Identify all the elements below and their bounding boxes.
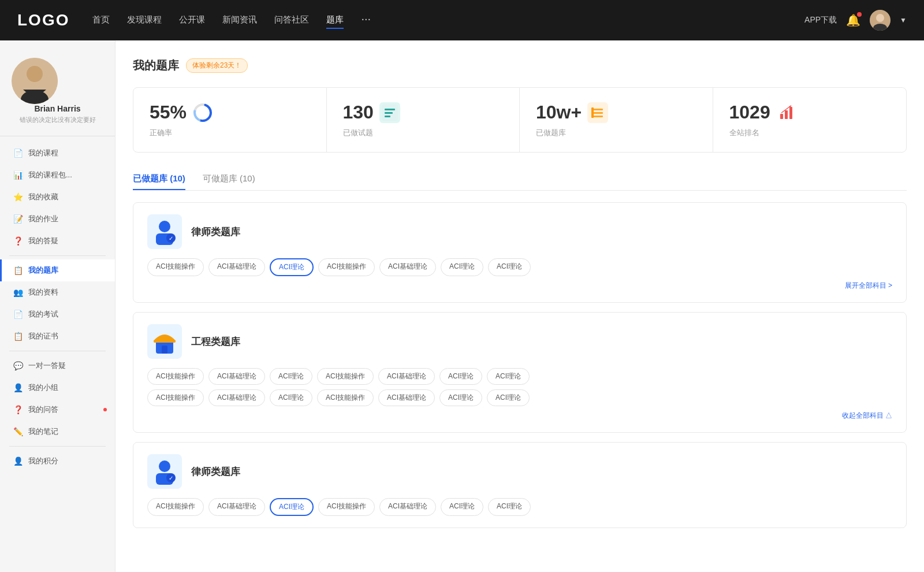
sidebar-item-label: 我的积分 bbox=[28, 456, 58, 466]
bank-tag-selected[interactable]: ACI理论 bbox=[270, 258, 314, 276]
bank-tag[interactable]: ACI理论 bbox=[441, 498, 483, 516]
bank-tag[interactable]: ACI理论 bbox=[488, 258, 531, 276]
stat-rank-value: 1029 bbox=[729, 102, 770, 123]
collapse-all-button[interactable]: 收起全部科目 △ bbox=[147, 411, 892, 421]
bank-icon-lawyer-1: ✓ bbox=[147, 214, 182, 249]
nav-qa[interactable]: 问答社区 bbox=[274, 12, 309, 29]
materials-icon: 👥 bbox=[13, 288, 23, 297]
courses-icon: 📄 bbox=[13, 148, 23, 158]
sidebar-item-my-qa[interactable]: ❓ 我的问答 bbox=[0, 399, 115, 421]
sidebar-item-quiz-bank[interactable]: 📋 我的题库 bbox=[0, 259, 115, 281]
sidebar-item-my-courses[interactable]: 📄 我的课程 bbox=[0, 142, 115, 164]
bank-tag[interactable]: ACI理论 bbox=[270, 389, 312, 406]
bank-tag[interactable]: ACI技能操作 bbox=[147, 389, 204, 406]
sidebar-profile: Brian Harris 错误的决定比没有决定要好 bbox=[0, 58, 115, 136]
svg-rect-12 bbox=[385, 116, 390, 117]
bank-tag[interactable]: ACI基础理论 bbox=[208, 389, 265, 406]
tab-done-banks[interactable]: 已做题库 (10) bbox=[133, 169, 185, 190]
navbar-right: APP下载 🔔 ▼ bbox=[804, 10, 907, 31]
sidebar-item-favorites[interactable]: ⭐ 我的收藏 bbox=[0, 186, 115, 208]
bank-tag[interactable]: ACI基础理论 bbox=[379, 498, 436, 516]
avatar-chevron-icon[interactable]: ▼ bbox=[900, 16, 907, 24]
user-avatar[interactable] bbox=[870, 10, 891, 31]
stat-done-banks-top: 10w+ bbox=[536, 102, 696, 123]
stat-done-banks: 10w+ 已做题库 bbox=[520, 88, 713, 152]
sidebar-item-materials[interactable]: 👥 我的资料 bbox=[0, 281, 115, 303]
expand-all-button-1[interactable]: 展开全部科目 > bbox=[147, 281, 892, 291]
bank-tag-selected[interactable]: ACI理论 bbox=[270, 498, 314, 516]
sidebar-item-notes[interactable]: ✏️ 我的笔记 bbox=[0, 421, 115, 443]
done-banks-icon bbox=[587, 102, 608, 123]
quizbank-icon: 📋 bbox=[13, 266, 23, 275]
bank-tag[interactable]: ACI技能操作 bbox=[318, 258, 375, 276]
nav-more[interactable]: ··· bbox=[361, 12, 371, 29]
svg-rect-16 bbox=[593, 116, 603, 117]
sidebar-item-questions[interactable]: ❓ 我的答疑 bbox=[0, 230, 115, 252]
stat-rank-label: 全站排名 bbox=[729, 128, 891, 138]
bank-tag[interactable]: ACI技能操作 bbox=[147, 368, 204, 385]
bank-tag[interactable]: ACI技能操作 bbox=[318, 498, 375, 516]
bank-tag[interactable]: ACI基础理论 bbox=[379, 258, 436, 276]
bank-tag[interactable]: ACI理论 bbox=[487, 368, 530, 385]
bank-tag[interactable]: ACI技能操作 bbox=[147, 258, 204, 276]
coursepack-icon: 📊 bbox=[13, 170, 23, 180]
nav-home[interactable]: 首页 bbox=[92, 12, 110, 29]
bank-tag[interactable]: ACI技能操作 bbox=[147, 498, 204, 516]
notes-icon: ✏️ bbox=[13, 427, 23, 436]
nav-news[interactable]: 新闻资讯 bbox=[222, 12, 257, 29]
bank-tag[interactable]: ACI技能操作 bbox=[317, 368, 374, 385]
sidebar-item-points[interactable]: 👤 我的积分 bbox=[0, 450, 115, 472]
bank-tag[interactable]: ACI基础理论 bbox=[208, 368, 265, 385]
sidebar-item-label: 我的课程包... bbox=[28, 170, 72, 180]
accuracy-icon bbox=[192, 102, 213, 123]
sidebar-divider bbox=[9, 255, 106, 256]
svg-rect-27 bbox=[154, 340, 176, 343]
app-download-button[interactable]: APP下载 bbox=[804, 15, 837, 25]
bank-header-1: ✓ 律师类题库 bbox=[147, 214, 892, 249]
sidebar-item-label: 我的证书 bbox=[28, 331, 58, 341]
bank-title-lawyer-2: 律师类题库 bbox=[191, 465, 240, 478]
stat-done-banks-label: 已做题库 bbox=[536, 128, 696, 138]
bank-tag[interactable]: ACI理论 bbox=[487, 389, 530, 406]
sidebar-item-label: 我的答疑 bbox=[28, 236, 58, 246]
nav-quiz[interactable]: 题库 bbox=[326, 12, 344, 29]
nav-opencourse[interactable]: 公开课 bbox=[179, 12, 205, 29]
sidebar-item-certificates[interactable]: 📋 我的证书 bbox=[0, 325, 115, 347]
tab-available-banks[interactable]: 可做题库 (10) bbox=[203, 169, 255, 190]
sidebar-item-label: 我的资料 bbox=[28, 287, 58, 298]
bank-tag[interactable]: ACI理论 bbox=[439, 389, 482, 406]
sidebar-item-1on1[interactable]: 💬 一对一答疑 bbox=[0, 355, 115, 377]
stat-rank-top: 1029 bbox=[729, 102, 891, 123]
bank-tag[interactable]: ACI理论 bbox=[488, 498, 531, 516]
bank-header-3: ✓ 律师类题库 bbox=[147, 454, 892, 489]
nav-links: 首页 发现课程 公开课 新闻资讯 问答社区 题库 ··· bbox=[92, 12, 804, 29]
sidebar-item-label: 我的课程 bbox=[28, 148, 58, 158]
bank-section-engineer: 工程类题库 ACI技能操作 ACI基础理论 ACI理论 ACI技能操作 ACI基… bbox=[133, 312, 907, 433]
logo: LOGO bbox=[17, 11, 69, 29]
bank-tag[interactable]: ACI理论 bbox=[441, 258, 483, 276]
bank-section-lawyer-2: ✓ 律师类题库 ACI技能操作 ACI基础理论 ACI理论 ACI技能操作 AC… bbox=[133, 442, 907, 528]
certificates-icon: 📋 bbox=[13, 332, 23, 341]
sidebar-item-course-pack[interactable]: 📊 我的课程包... bbox=[0, 164, 115, 186]
bank-tag[interactable]: ACI理论 bbox=[270, 368, 312, 385]
sidebar-item-exams[interactable]: 📄 我的考试 bbox=[0, 303, 115, 325]
tabs-row: 已做题库 (10) 可做题库 (10) bbox=[133, 169, 907, 191]
page-container: Brian Harris 错误的决定比没有决定要好 📄 我的课程 📊 我的课程包… bbox=[0, 40, 924, 572]
bank-tag[interactable]: ACI基础理论 bbox=[208, 258, 265, 276]
bank-section-lawyer-1: ✓ 律师类题库 ACI技能操作 ACI基础理论 ACI理论 ACI技能操作 AC… bbox=[133, 202, 907, 303]
nav-discover[interactable]: 发现课程 bbox=[127, 12, 162, 29]
notification-bell[interactable]: 🔔 bbox=[846, 13, 860, 27]
stat-done-questions-value: 130 bbox=[343, 102, 374, 123]
bank-tags-lawyer-1: ACI技能操作 ACI基础理论 ACI理论 ACI技能操作 ACI基础理论 AC… bbox=[147, 258, 892, 276]
bank-tag[interactable]: ACI技能操作 bbox=[317, 389, 374, 406]
svg-rect-20 bbox=[789, 107, 792, 119]
sidebar-item-groups[interactable]: 👤 我的小组 bbox=[0, 377, 115, 399]
bank-tag[interactable]: ACI基础理论 bbox=[208, 498, 265, 516]
bank-tag[interactable]: ACI基础理论 bbox=[378, 389, 435, 406]
bank-tag[interactable]: ACI基础理论 bbox=[378, 368, 435, 385]
sidebar-menu: 📄 我的课程 📊 我的课程包... ⭐ 我的收藏 📝 我的作业 ❓ 我的答疑 � bbox=[0, 142, 115, 472]
sidebar-item-label: 我的笔记 bbox=[28, 426, 58, 437]
bank-tag[interactable]: ACI理论 bbox=[439, 368, 482, 385]
sidebar-item-homework[interactable]: 📝 我的作业 bbox=[0, 208, 115, 230]
homework-icon: 📝 bbox=[13, 214, 23, 224]
